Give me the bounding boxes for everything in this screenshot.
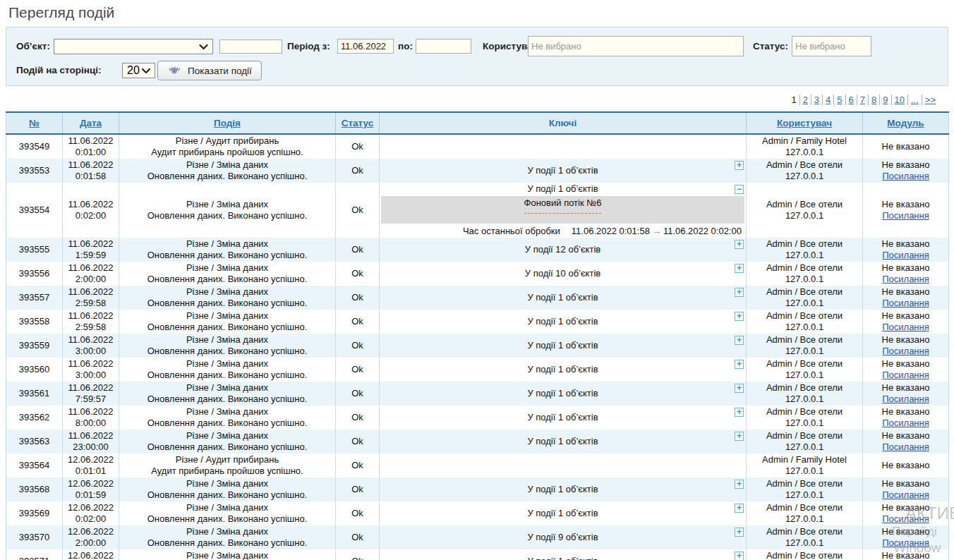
column-header-label-module[interactable]: Модуль — [887, 118, 924, 128]
module-link[interactable]: Посилання — [882, 210, 929, 221]
column-header-label-num[interactable]: № — [29, 118, 40, 128]
cell-user: Admin / Все отели127.0.0.1 — [747, 430, 863, 454]
user-ip: 127.0.0.1 — [748, 322, 861, 333]
module-link[interactable]: Посилання — [882, 171, 929, 181]
date-value: 11.06.2022 — [64, 199, 117, 210]
per-page-select[interactable]: 20 — [122, 63, 155, 78]
keys-summary: У події 12 об’єктів — [525, 244, 600, 255]
time-value: 0:01:58 — [64, 171, 117, 182]
expand-icon[interactable]: + — [735, 312, 744, 321]
table-body: 39354911.06.20220:01:00Різне / Аудит при… — [6, 134, 949, 560]
module-value: Не вказано — [864, 478, 947, 489]
event-type: Різне / Зміна даних — [121, 526, 334, 537]
pagination-page-link[interactable]: 9 — [880, 95, 891, 105]
module-link[interactable]: Посилання — [882, 346, 929, 356]
user-ip: 127.0.0.1 — [748, 465, 861, 477]
cell-date: 11.06.202223:00:00 — [63, 430, 119, 454]
cell-date: 11.06.20222:00:00 — [63, 262, 119, 286]
expand-icon[interactable]: + — [735, 360, 744, 369]
user-name: Admin / Все отели — [748, 334, 861, 346]
cell-user: Admin / Все отели127.0.0.1 — [747, 501, 863, 525]
show-events-button[interactable]: Показати події — [157, 61, 262, 80]
module-link[interactable]: Посилання — [882, 322, 929, 332]
cell-user: Admin / Все отели127.0.0.1 — [747, 525, 863, 549]
pagination-page-link[interactable]: 3 — [811, 95, 823, 105]
module-link[interactable]: Посилання — [882, 537, 929, 548]
user-name: Admin / Все отели — [748, 310, 861, 322]
expand-icon[interactable]: + — [735, 432, 744, 441]
column-header-label-date[interactable]: Дата — [80, 118, 102, 128]
table-row: 39355311.06.20220:01:58Різне / Зміна дан… — [6, 159, 949, 183]
module-value: Не вказано — [864, 262, 947, 274]
pagination-page-link[interactable]: 2 — [800, 95, 811, 105]
eye-icon — [167, 64, 181, 77]
event-type: Різне / Зміна даних — [121, 262, 334, 274]
cell-status: Ok — [336, 454, 380, 477]
module-link[interactable]: Посилання — [882, 370, 929, 380]
expand-icon[interactable]: + — [735, 504, 744, 513]
cell-keys: У події 1 об’єктів+ — [380, 286, 747, 310]
object-extra-input[interactable] — [219, 39, 282, 54]
column-header-label-user[interactable]: Користувач — [777, 118, 832, 128]
user-ip: 127.0.0.1 — [748, 298, 861, 309]
collapse-icon[interactable]: − — [735, 185, 744, 194]
expand-icon[interactable]: + — [735, 552, 744, 560]
expand-icon[interactable]: + — [735, 240, 744, 249]
cell-module: Не вказаноПосилання — [863, 286, 949, 310]
pagination-page-link[interactable]: 4 — [823, 95, 834, 105]
period-to-input[interactable] — [416, 39, 471, 54]
module-link[interactable]: Посилання — [882, 298, 929, 308]
module-link[interactable]: Посилання — [882, 274, 929, 284]
expand-icon[interactable]: + — [735, 161, 744, 170]
user-input[interactable] — [528, 36, 744, 56]
date-value: 11.06.2022 — [64, 286, 117, 298]
cell-date: 12.06.20222:59:59 — [63, 549, 119, 560]
cell-status: Ok — [336, 262, 380, 286]
column-header-label-status[interactable]: Статус — [342, 118, 374, 128]
cell-event-id: 393571 — [6, 549, 63, 560]
module-link[interactable]: Посилання — [882, 442, 929, 452]
background-thread-name[interactable]: Фоновий потік №6 — [524, 197, 602, 214]
module-link[interactable]: Посилання — [882, 250, 929, 260]
cell-user: Admin / Все отели127.0.0.1 — [747, 262, 863, 286]
user-ip: 127.0.0.1 — [748, 250, 861, 261]
pagination: 1 2345678910...>> — [788, 95, 938, 105]
user-name: Admin / Все отели — [748, 406, 861, 418]
expand-icon[interactable]: + — [735, 384, 744, 393]
module-link[interactable]: Посилання — [882, 418, 929, 428]
cell-event-id: 393563 — [6, 430, 63, 454]
pagination-page-link[interactable]: 7 — [857, 95, 869, 105]
cell-event-id: 393554 — [6, 183, 63, 238]
cell-module: Не вказаноПосилання — [863, 477, 949, 501]
cell-event-id: 393562 — [6, 406, 63, 430]
pagination-page-link[interactable]: 6 — [846, 95, 857, 105]
cell-event: Різне / Зміна данихОновлення даних. Вико… — [119, 262, 336, 286]
expand-icon[interactable]: + — [735, 480, 744, 489]
pagination-page-link[interactable]: 10 — [892, 95, 908, 105]
expand-icon[interactable]: + — [735, 288, 744, 297]
module-value: Не вказано — [864, 502, 947, 513]
module-link[interactable]: Посилання — [882, 513, 929, 524]
expand-icon[interactable]: + — [735, 528, 744, 537]
pagination-page-link[interactable]: >> — [922, 95, 938, 105]
module-link[interactable]: Посилання — [882, 489, 929, 500]
expand-icon[interactable]: + — [735, 264, 744, 273]
module-link[interactable]: Посилання — [882, 394, 929, 404]
event-type: Різне / Зміна даних — [121, 382, 334, 394]
expand-icon[interactable]: + — [735, 408, 744, 417]
date-value: 11.06.2022 — [64, 358, 117, 370]
user-name: Admin / Все отели — [748, 430, 861, 442]
pagination-page-link[interactable]: 5 — [834, 95, 845, 105]
period-from-input[interactable] — [337, 39, 394, 54]
expand-icon[interactable]: + — [735, 336, 744, 345]
cell-module: Не вказаноПосилання — [863, 310, 949, 334]
event-description: Оновлення даних. Виконано успішно. — [121, 298, 334, 309]
user-name: Admin / Все отели — [748, 526, 861, 537]
object-select[interactable] — [54, 39, 213, 54]
pagination-page-link[interactable]: 8 — [869, 95, 880, 105]
user-name: Admin / Все отели — [748, 382, 861, 394]
status-input[interactable] — [792, 36, 871, 56]
column-header-label-event[interactable]: Подія — [214, 118, 241, 128]
status-label: Статус: — [753, 41, 788, 51]
pagination-page-link[interactable]: ... — [908, 95, 922, 105]
